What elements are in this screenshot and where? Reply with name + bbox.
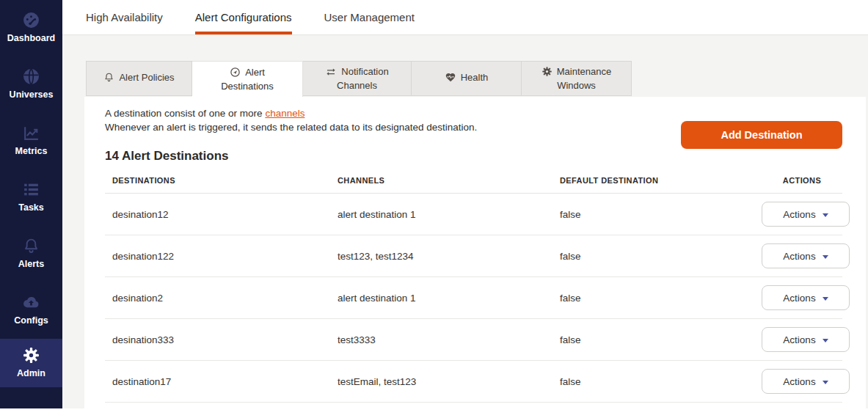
sidebar-item-label: Tasks [18,202,44,213]
destination-send-icon [230,67,241,81]
bottom-whitespace [0,408,868,418]
column-header-channels: CHANNELS [338,176,560,185]
subtab-label: Maintenance Windows [557,66,611,91]
sidebar-item-configs[interactable]: Configs [0,282,62,339]
actions-dropdown-button[interactable]: Actions [762,285,850,310]
alert-destinations-panel: A destination consist of one or more cha… [84,97,866,409]
sidebar: Dashboard Universes Metrics Tasks Alerts [0,0,62,408]
actions-dropdown-button[interactable]: Actions [762,202,850,227]
sidebar-item-tasks[interactable]: Tasks [0,169,62,226]
default-destination-cell: false [560,209,762,220]
actions-button-label: Actions [783,293,815,304]
line-chart-icon [22,124,40,142]
actions-button-label: Actions [783,251,815,262]
destinations-table-body: desination12 alert destination 1 false A… [105,194,842,403]
actions-button-label: Actions [783,209,815,220]
table-header-row: DESTINATIONS CHANNELS DEFAULT DESTINATIO… [105,176,842,194]
description-line2: Whenever an alert is triggered, it sends… [105,122,477,133]
table-row: desination333 test3333 false Actions [105,319,842,361]
subtab-label: Alert Policies [119,72,174,83]
column-header-actions: ACTIONS [762,176,842,185]
sidebar-item-label: Alerts [18,259,44,269]
bell-icon [22,237,40,255]
panel-description: A destination consist of one or more cha… [105,106,633,134]
subtab-health[interactable]: Health [412,61,522,96]
channels-cell: test123, test1234 [338,251,560,262]
chevron-down-icon [823,213,828,217]
table-row: desination122 test123, test1234 false Ac… [105,235,842,277]
actions-dropdown-button[interactable]: Actions [762,327,850,352]
gear-icon [22,346,40,364]
channels-link[interactable]: channels [265,108,304,119]
actions-dropdown-button[interactable]: Actions [762,243,850,268]
subtab-maintenance-windows[interactable]: Maintenance Windows [522,61,632,96]
channels-cell: testEmail, test123 [338,376,560,387]
sidebar-item-admin[interactable]: Admin [0,339,62,387]
destinations-count-heading: 14 Alert Destinations [105,149,842,164]
subtab-notification-channels[interactable]: Notification Channels [303,61,412,96]
sidebar-item-metrics[interactable]: Metrics [0,113,62,169]
app-window: Dashboard Universes Metrics Tasks Alerts [0,0,868,418]
actions-dropdown-button[interactable]: Actions [762,369,850,394]
default-destination-cell: false [560,334,762,345]
sidebar-item-alerts[interactable]: Alerts [0,226,62,282]
chevron-down-icon [823,381,828,384]
table-row: destination17 testEmail, test123 false A… [105,361,842,403]
actions-button-label: Actions [783,334,815,345]
subtab-label: Health [461,72,489,83]
sidebar-item-label: Dashboard [7,33,55,43]
destination-cell: destination17 [112,376,338,387]
chevron-down-icon [823,297,828,301]
description-line1: A destination consist of one or more [105,108,265,119]
destination-cell: desination122 [112,251,338,262]
bell-icon [103,72,114,86]
destination-cell: desination2 [112,293,338,304]
channels-cell: test3333 [338,334,560,345]
destination-cell: desination333 [112,334,338,345]
table-row: desination12 alert destination 1 false A… [105,194,842,235]
default-destination-cell: false [560,251,762,262]
subtab-label: Alert Destinations [221,67,274,92]
subtab-label: Notification Channels [337,66,389,91]
gear-icon [541,66,552,80]
tab-alert-configurations[interactable]: Alert Configurations [195,0,292,34]
subtab-alert-policies[interactable]: Alert Policies [86,61,192,96]
column-header-default-destination: DEFAULT DESTINATION [560,176,762,185]
actions-button-label: Actions [783,376,815,387]
sidebar-item-label: Admin [17,368,45,378]
main-area: High Availability Alert Configurations U… [62,0,868,408]
cloud-upload-icon [22,293,40,312]
add-destination-button[interactable]: Add Destination [681,121,842,149]
channels-cell: alert destination 1 [338,209,560,220]
table-row: desination2 alert destination 1 false Ac… [105,277,842,319]
tab-user-management[interactable]: User Management [324,0,415,34]
heart-pulse-icon [445,72,456,86]
channels-cell: alert destination 1 [338,293,560,304]
top-navigation: High Availability Alert Configurations U… [62,0,868,35]
sidebar-item-label: Universes [10,89,54,100]
speedometer-icon [22,11,40,29]
default-destination-cell: false [560,376,762,387]
tab-high-availability[interactable]: High Availability [86,0,163,34]
sidebar-item-dashboard[interactable]: Dashboard [0,0,62,56]
column-header-destinations: DESTINATIONS [112,176,338,185]
sidebar-item-universes[interactable]: Universes [0,56,62,113]
list-icon [22,180,40,199]
subtab-alert-destinations[interactable]: Alert Destinations [192,61,303,97]
destination-cell: desination12 [112,209,338,220]
default-destination-cell: false [560,293,762,304]
chevron-down-icon [823,339,828,342]
alert-config-subtabs: Alert Policies Alert Destinations Notifi… [86,61,868,97]
sidebar-item-label: Metrics [15,146,48,156]
swap-arrows-icon [325,66,337,80]
sidebar-item-label: Configs [14,315,48,326]
globe-icon [22,67,40,86]
chevron-down-icon [823,255,828,259]
